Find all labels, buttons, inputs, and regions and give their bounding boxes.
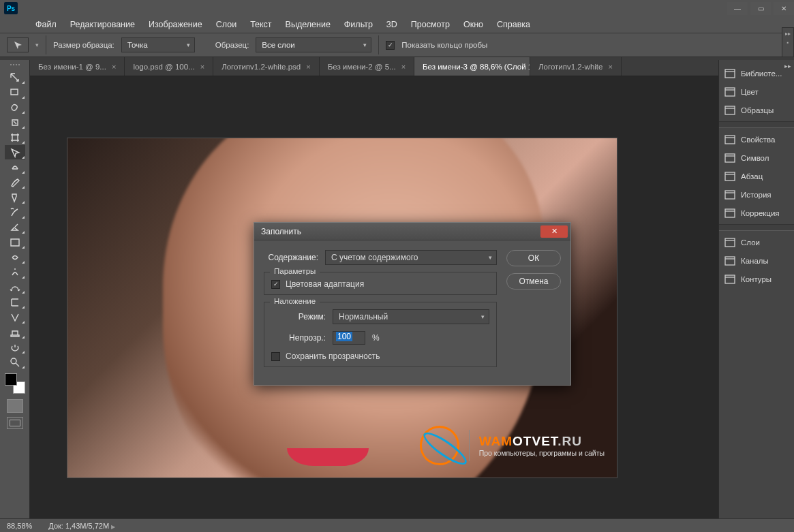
brush-tool[interactable]	[5, 175, 25, 189]
opacity-input[interactable]: 100	[333, 331, 365, 345]
adjustments-panel[interactable]: Коррекция	[719, 204, 794, 222]
tab-close-button[interactable]: ×	[306, 63, 310, 71]
sample-size-dropdown[interactable]: Точка	[121, 37, 195, 52]
healing-tool[interactable]	[5, 160, 25, 174]
dialog-close-button[interactable]: ✕	[540, 225, 568, 238]
menu-3d[interactable]: 3D	[381, 18, 403, 31]
eraser-tool[interactable]	[5, 220, 25, 234]
tab-label: logo.psd @ 100...	[133, 63, 194, 71]
pen-tool[interactable]	[5, 280, 25, 294]
document-tab[interactable]: Логотипv1.2-white.psd×	[213, 57, 320, 76]
parameters-group: Параметры ✓ Цветовая адаптация	[264, 272, 497, 295]
close-window-button[interactable]: ✕	[774, 2, 794, 15]
dialog-titlebar[interactable]: Заполнить ✕	[254, 223, 570, 240]
tab-label: Без имени-3 @ 88,6% (Слой 1 копия, RGB/8…	[423, 63, 530, 71]
history-brush-tool[interactable]	[5, 205, 25, 219]
sample-layers-dropdown[interactable]: Все слои	[256, 37, 371, 52]
sample-size-label: Размер образца:	[53, 41, 114, 49]
show-ring-label: Показать кольцо пробы	[401, 41, 487, 49]
svg-rect-5	[725, 172, 735, 181]
history-panel[interactable]: История	[719, 185, 794, 204]
menu-фильтр[interactable]: Фильтр	[339, 18, 378, 31]
tab-close-button[interactable]: ×	[608, 63, 612, 71]
quick-select-tool[interactable]	[5, 115, 25, 129]
blur-tool[interactable]	[5, 250, 25, 264]
stamp-tool[interactable]	[5, 190, 25, 204]
type-tool[interactable]	[5, 295, 25, 309]
svg-rect-0	[725, 69, 735, 78]
shape-tool[interactable]	[5, 325, 25, 339]
swatches-panel[interactable]: Образцы	[719, 101, 794, 119]
properties-panel[interactable]: Свойства	[719, 130, 794, 148]
dodge-tool[interactable]	[5, 265, 25, 279]
zoom-readout[interactable]: 88,58%	[7, 522, 32, 530]
doc-size-readout: 1,43M/5,72M	[65, 522, 109, 530]
ok-button[interactable]: ОК	[506, 250, 561, 266]
color-adaptation-label: Цветовая адаптация	[286, 279, 364, 289]
cancel-button[interactable]: Отмена	[506, 273, 561, 290]
paragraph-panel[interactable]: Абзац	[719, 167, 794, 185]
document-tab[interactable]: logo.psd @ 100...×	[125, 57, 213, 76]
tab-close-button[interactable]: ×	[112, 63, 116, 71]
tab-label: Логотипv1.2-white.psd	[222, 63, 301, 71]
window-controls: — ▭ ✕	[724, 2, 794, 15]
zoom-tool[interactable]	[5, 355, 25, 369]
libraries-panel[interactable]: Библиоте...	[719, 64, 794, 82]
svg-rect-3	[725, 136, 735, 144]
minimize-button[interactable]: —	[727, 2, 748, 15]
panel-collapse-button[interactable]: ▸▸	[784, 63, 791, 69]
panel-collapse-strip[interactable]: ▸▸ ▪	[782, 27, 794, 57]
svg-rect-6	[725, 191, 735, 199]
path-select-tool[interactable]	[5, 310, 25, 324]
tab-label: Без имени-1 @ 9...	[38, 63, 106, 71]
menu-справка[interactable]: Справка	[491, 18, 536, 31]
opacity-label: Непрозр.:	[271, 333, 333, 343]
document-tab[interactable]: Без имени-2 @ 5...×	[320, 57, 414, 76]
document-tab[interactable]: Логотипv1.2-white×	[530, 57, 622, 76]
dialog-title: Заполнить	[261, 227, 301, 236]
quickmask-toggle[interactable]	[7, 399, 23, 413]
watermark-logo-icon	[414, 420, 464, 471]
document-tab[interactable]: Без имени-3 @ 88,6% (Слой 1 копия, RGB/8…	[414, 57, 530, 76]
sample-label: Образец:	[215, 41, 249, 49]
character-panel[interactable]: Символ	[719, 148, 794, 167]
menu-редактирование[interactable]: Редактирование	[65, 18, 140, 31]
color-swatches[interactable]	[5, 373, 25, 394]
svg-rect-1	[725, 88, 735, 96]
document-tab[interactable]: Без имени-1 @ 9...×	[30, 57, 125, 76]
menu-текст[interactable]: Текст	[245, 18, 277, 31]
eyedropper-tool[interactable]	[5, 145, 25, 159]
channels-panel[interactable]: Каналы	[719, 251, 794, 270]
menu-bar: ФайлРедактированиеИзображениеСлоиТекстВы…	[0, 16, 794, 33]
menu-просмотр[interactable]: Просмотр	[406, 18, 455, 31]
lasso-tool[interactable]	[5, 100, 25, 114]
watermark: WAMOTVET.RU Про компьютеры, программы и …	[420, 426, 605, 465]
hand-tool[interactable]	[5, 340, 25, 354]
gradient-tool[interactable]	[5, 235, 25, 249]
preserve-transparency-checkbox[interactable]	[271, 352, 280, 361]
current-tool-preview[interactable]	[7, 37, 29, 52]
menu-изображение[interactable]: Изображение	[143, 18, 208, 31]
crop-tool[interactable]	[5, 130, 25, 144]
document-tabs: Без имени-1 @ 9...×logo.psd @ 100...×Лог…	[0, 57, 794, 76]
layers-panel[interactable]: Слои	[719, 233, 794, 251]
maximize-button[interactable]: ▭	[750, 2, 771, 15]
content-label: Содержание:	[264, 253, 325, 262]
tab-close-button[interactable]: ×	[200, 63, 204, 71]
menu-файл[interactable]: Файл	[30, 18, 62, 31]
fill-dialog: Заполнить ✕ Содержание: С учетом содержи…	[254, 222, 571, 386]
show-ring-checkbox[interactable]: ✓	[386, 41, 395, 50]
screenmode-toggle[interactable]	[7, 417, 23, 429]
tab-close-button[interactable]: ×	[401, 63, 406, 71]
move-tool[interactable]	[5, 70, 25, 84]
menu-окно[interactable]: Окно	[458, 18, 489, 31]
marquee-tool[interactable]	[5, 85, 25, 99]
color-adaptation-checkbox[interactable]: ✓	[271, 280, 280, 289]
menu-выделение[interactable]: Выделение	[280, 18, 336, 31]
content-dropdown[interactable]: С учетом содержимого	[325, 250, 497, 265]
toolbox-handle[interactable]	[3, 64, 27, 69]
color-panel[interactable]: Цвет	[719, 82, 794, 101]
mode-dropdown[interactable]: Нормальный	[333, 309, 489, 324]
menu-слои[interactable]: Слои	[211, 18, 242, 31]
paths-panel[interactable]: Контуры	[719, 270, 794, 288]
